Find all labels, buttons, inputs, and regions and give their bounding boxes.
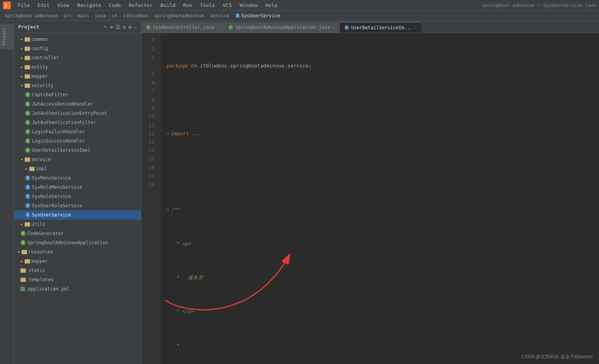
folder-closed-icon xyxy=(20,55,23,60)
tree-item-common[interactable]: common xyxy=(14,35,141,44)
class-badge-i: I xyxy=(25,175,30,181)
tree-item-loginsuccesshandler[interactable]: C LoginSuccessHandler xyxy=(14,136,141,146)
folder-img xyxy=(29,167,35,171)
svg-text:J: J xyxy=(4,3,7,8)
folder-closed-icon xyxy=(20,37,23,42)
folder-closed-icon xyxy=(20,258,23,264)
code-editor: 1 2 3 5 6 7 8 9 10 11 12 13 14 15 16 17 … xyxy=(141,33,599,364)
code-line-6: ⊟ /** xyxy=(167,206,599,214)
class-badge-c: C xyxy=(25,129,30,134)
breadcrumb-part-1[interactable]: src xyxy=(64,13,72,18)
breadcrumb-part-5[interactable]: itbluebox xyxy=(123,13,148,18)
breadcrumb-part-3[interactable]: java xyxy=(95,13,106,18)
tree-item-sysuserservice[interactable]: I SysUserService xyxy=(14,210,141,220)
breadcrumb: springboot-adminvue › src › main › java … xyxy=(0,11,599,21)
tab-close-icon[interactable]: ✕ xyxy=(415,25,417,30)
tab-close-icon[interactable]: ✕ xyxy=(216,25,219,30)
folder-closed-icon xyxy=(20,64,23,70)
project-dropdown-icon[interactable]: ▾ xyxy=(104,24,107,30)
folder-closed-icon xyxy=(20,221,23,227)
tree-item-sysroleservice[interactable]: I SysRoleService xyxy=(14,192,141,201)
menu-window[interactable]: Window xyxy=(237,2,261,9)
folder-open-icon xyxy=(20,83,23,88)
folder-img xyxy=(25,65,30,69)
file-tree: common config controller entity mapper xyxy=(14,33,141,364)
fold-icon[interactable]: ⊟ xyxy=(167,206,169,214)
menu-edit[interactable]: Edit xyxy=(34,2,52,9)
class-badge-codegen: C xyxy=(20,231,26,236)
tree-item-jwtaccessdeniedhandler[interactable]: C JwtAccessDeniedHandler xyxy=(14,99,141,109)
class-badge-c: C xyxy=(25,111,30,116)
tree-item-sysrolemenuservice[interactable]: I SysRoleMenuService xyxy=(14,183,141,192)
menu-navigate[interactable]: Navigate xyxy=(74,2,104,9)
tree-item-sysuserroleservice[interactable]: I SysUserRoleService xyxy=(14,201,141,210)
sidebar: Project xyxy=(0,21,14,364)
menu-bar: J File Edit View Navigate Code Refactor … xyxy=(0,0,599,11)
tree-item-loginfailurehandler[interactable]: C LoginFailureHandler xyxy=(14,127,141,136)
menu-code[interactable]: Code xyxy=(106,2,124,9)
tree-item-templates[interactable]: templates xyxy=(14,275,141,284)
class-badge-i: I xyxy=(25,212,30,218)
tab-close-icon[interactable]: ✕ xyxy=(332,25,335,30)
menu-refactor[interactable]: Refactor xyxy=(126,2,156,9)
menu-view[interactable]: View xyxy=(54,2,72,9)
tab-sysmenucontroller[interactable]: C SysMenuController.java ✕ xyxy=(141,22,224,33)
breadcrumb-part-4[interactable]: cn xyxy=(112,13,117,18)
tree-item-utils[interactable]: utils xyxy=(14,220,141,229)
tree-item-sysmenuservice[interactable]: I SysMenuService xyxy=(14,173,141,183)
menu-run[interactable]: Run xyxy=(180,2,195,9)
breadcrumb-part-7[interactable]: service xyxy=(210,13,230,18)
tree-item-application-yml[interactable]: application.yml xyxy=(14,284,141,294)
tree-item-captchafilter[interactable]: C CaptchaFilter xyxy=(14,90,141,99)
tree-item-springbootapp[interactable]: C SpringbootAdminvueApplication xyxy=(14,238,141,247)
folder-closed-icon xyxy=(25,166,28,171)
class-badge-c: C xyxy=(25,92,30,97)
app-logo: J xyxy=(3,2,11,9)
folder-closed-icon xyxy=(20,74,23,79)
sidebar-tab-project[interactable]: Project xyxy=(0,24,14,49)
code-line-3: ⊟ import ... xyxy=(167,129,599,138)
collapse-icon[interactable]: ☰ xyxy=(116,24,121,30)
menu-build[interactable]: Build xyxy=(158,2,179,9)
tree-item-codegenerator[interactable]: C CodeGenerator xyxy=(14,229,141,238)
tab-userdetailserviceimpl[interactable]: I UserDetailServiceIm... ✕ xyxy=(340,22,422,33)
tree-item-mapper[interactable]: mapper xyxy=(14,72,141,81)
menu-help[interactable]: Help xyxy=(262,2,280,9)
tree-item-mapper-res[interactable]: mapper xyxy=(14,257,141,266)
breadcrumb-current: SysUserService xyxy=(241,13,280,18)
class-badge-app: C xyxy=(20,240,26,245)
tree-item-security[interactable]: security xyxy=(14,81,141,90)
menu-file[interactable]: File xyxy=(15,2,33,9)
menu-tools[interactable]: Tools xyxy=(197,2,218,9)
folder-img xyxy=(25,222,30,226)
tab-badge-c: C xyxy=(146,25,151,30)
minimize-icon[interactable]: — xyxy=(134,24,137,30)
tree-item-static[interactable]: static xyxy=(14,266,141,275)
expand-icon[interactable]: ⇅ xyxy=(123,24,126,30)
breadcrumb-icon: I xyxy=(235,13,240,18)
tree-item-jwtauthenticationfilter[interactable]: C JwtAuthenticationFilter xyxy=(14,118,141,127)
code-content[interactable]: package cn.itbluebox.springbootadminvue.… xyxy=(161,33,599,364)
tree-item-controller[interactable]: controller xyxy=(14,53,141,62)
tree-item-config[interactable]: config xyxy=(14,44,141,53)
locate-icon[interactable]: ⊕ xyxy=(110,24,113,30)
tree-item-jwtauthenticationentrypoint[interactable]: C JwtAuthenticationEntryPoint xyxy=(14,109,141,118)
settings-icon[interactable]: ⚙ xyxy=(128,24,131,30)
project-header-icons: ⊕ ☰ ⇅ ⚙ — xyxy=(110,24,137,30)
tree-item-service[interactable]: service xyxy=(14,155,141,164)
project-header: Project ▾ ⊕ ☰ ⇅ ⚙ — xyxy=(14,21,141,33)
breadcrumb-part-2[interactable]: main xyxy=(77,13,89,18)
tree-item-impl[interactable]: impl xyxy=(14,164,141,173)
folder-img-open xyxy=(25,158,30,162)
tree-item-userdetailserviceimpl[interactable]: C UserDetailServiceImpl xyxy=(14,146,141,155)
menu-vcs[interactable]: VCS xyxy=(220,2,235,9)
folder-open-icon xyxy=(17,249,20,255)
fold-icon[interactable]: ⊟ xyxy=(167,129,169,138)
breadcrumb-part-0[interactable]: springboot-adminvue xyxy=(5,13,57,18)
project-panel: Project ▾ ⊕ ☰ ⇅ ⚙ — common config xyxy=(14,21,141,364)
tree-item-resources[interactable]: resources xyxy=(14,247,141,257)
breadcrumb-part-6[interactable]: springbootadminvue xyxy=(154,13,204,18)
class-badge-i: I xyxy=(25,185,30,190)
tab-springbootapp[interactable]: C SpringbootAdminvueApplication.java ✕ xyxy=(224,22,340,33)
tree-item-entity[interactable]: entity xyxy=(14,62,141,72)
